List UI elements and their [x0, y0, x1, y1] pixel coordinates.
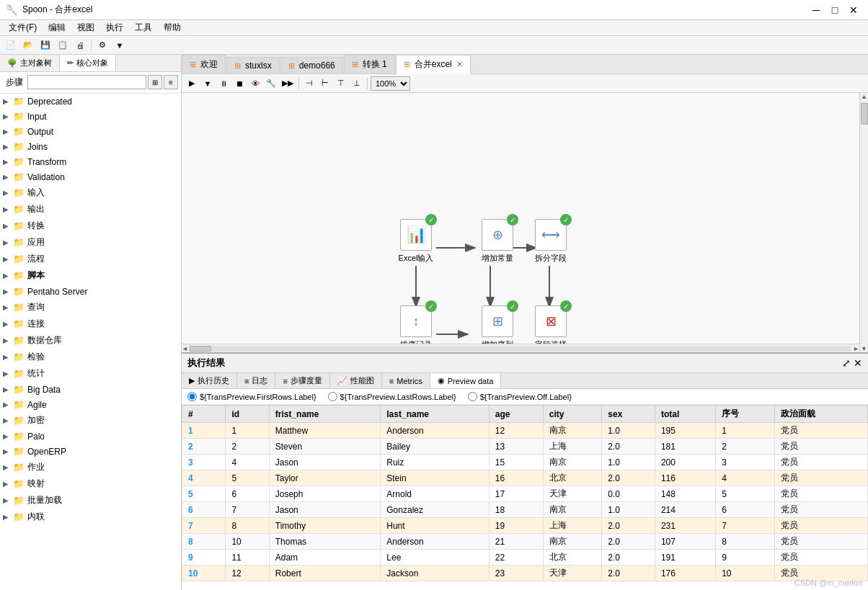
node-add-constant[interactable]: ⊕ ✓ 增加常量 — [472, 219, 523, 264]
sidebar-tree-item[interactable]: ▶📁应用 — [0, 234, 181, 251]
results-tab-执行历史[interactable]: ▶执行历史 — [182, 373, 237, 388]
radio-input-2[interactable] — [468, 392, 477, 401]
sidebar-tree-item[interactable]: ▶📁流程 — [0, 251, 181, 267]
table-row[interactable]: 45TaylorStein16北京2.01164党员 — [182, 470, 868, 486]
table-row[interactable]: 56JosephArnold17天津0.01485党员 — [182, 486, 868, 502]
results-tab-Metrics[interactable]: ≡Metrics — [382, 373, 430, 388]
menu-help[interactable]: 帮助 — [158, 20, 187, 35]
scroll-down-arrow[interactable]: ▼ — [861, 345, 867, 352]
tab-close-icon[interactable]: ✕ — [456, 60, 463, 69]
minimize-button[interactable]: ─ — [807, 3, 825, 17]
editor-tab-stuxlsx[interactable]: ⊞stuxlsx — [226, 57, 280, 73]
scroll-up-arrow[interactable]: ▲ — [861, 93, 867, 100]
sidebar-tree-item[interactable]: ▶📁查询 — [0, 299, 181, 316]
sidebar-tree-item[interactable]: ▶📁Transform — [0, 154, 181, 169]
radio-option-1[interactable]: ${TransPreview.LastRows.Label} — [328, 392, 456, 401]
sidebar-tab-core-objects[interactable]: ✏ 核心对象 — [60, 55, 116, 71]
saveas-button[interactable]: 📋 — [55, 38, 71, 53]
debug-button[interactable]: 🔧 — [264, 76, 278, 91]
radio-input-1[interactable] — [328, 392, 337, 401]
dropdown-button[interactable]: ▼ — [112, 38, 128, 53]
results-close-btn[interactable]: ✕ — [854, 357, 862, 369]
editor-tab-合并excel[interactable]: ⊞合并excel✕ — [396, 55, 471, 74]
table-row[interactable]: 22StevenBailey13上海2.01812党员 — [182, 439, 868, 455]
editor-tab-欢迎[interactable]: ⊞欢迎 — [182, 55, 226, 73]
sidebar-tree-item[interactable]: ▶📁映射 — [0, 475, 181, 492]
stop-button[interactable]: ⏹ — [232, 76, 247, 91]
sidebar-tree-item[interactable]: ▶📁Palo — [0, 429, 181, 444]
editor-tab-demo666[interactable]: ⊞demo666 — [280, 57, 343, 73]
align-btn4[interactable]: ⊥ — [350, 76, 364, 91]
sidebar-tree-item[interactable]: ▶📁Big Data — [0, 382, 181, 397]
menu-view[interactable]: 视图 — [71, 20, 100, 35]
sidebar-tree-item[interactable]: ▶📁批量加载 — [0, 492, 181, 509]
sidebar-tree-item[interactable]: ▶📁Pentaho Server — [0, 284, 181, 299]
pause-button[interactable]: ⏸ — [216, 76, 231, 91]
sidebar-tree-item[interactable]: ▶📁脚本 — [0, 267, 181, 284]
radio-option-0[interactable]: ${TransPreview.FirstRows.Label} — [187, 392, 316, 401]
sidebar-tree-item[interactable]: ▶📁输出 — [0, 201, 181, 218]
radio-input-0[interactable] — [187, 392, 197, 401]
table-row[interactable]: 34JasonRuiz15南京1.02003党员 — [182, 455, 868, 470]
align-btn3[interactable]: ⊤ — [334, 76, 348, 91]
sidebar-tree-item[interactable]: ▶📁转换 — [0, 218, 181, 234]
sidebar-tree-item[interactable]: ▶📁检验 — [0, 349, 181, 365]
menu-run[interactable]: 执行 — [100, 20, 129, 35]
sidebar-tree-item[interactable]: ▶📁统计 — [0, 365, 181, 382]
sidebar-tree-item[interactable]: ▶📁连接 — [0, 316, 181, 332]
sidebar-tree-item[interactable]: ▶📁加密 — [0, 412, 181, 429]
results-expand-btn[interactable]: ⤢ — [842, 357, 851, 369]
sidebar-tree-item[interactable]: ▶📁Joins — [0, 139, 181, 154]
table-row[interactable]: 78TimothyHunt19上海2.02317党员 — [182, 518, 868, 534]
settings-button[interactable]: ⚙ — [94, 38, 110, 53]
sidebar-tree-item[interactable]: ▶📁OpenERP — [0, 444, 181, 459]
sidebar-tree-item[interactable]: ▶📁数据仓库 — [0, 332, 181, 349]
table-row[interactable]: 67JasonGonzalez18南京1.02146党员 — [182, 502, 868, 518]
sidebar-tree-item[interactable]: ▶📁内联 — [0, 509, 181, 525]
node-excel-input[interactable]: 📊 ✓ Excel输入 — [391, 219, 441, 264]
close-button[interactable]: ✕ — [845, 3, 862, 17]
sidebar-tree-item[interactable]: ▶📁Input — [0, 109, 181, 124]
table-row[interactable]: 11MatthewAnderson12南京1.01951党员 — [182, 423, 868, 439]
table-row[interactable]: 911AdamLee22北京2.01919党员 — [182, 550, 868, 566]
preview-button[interactable]: 👁 — [248, 76, 262, 91]
sidebar-tab-main-tree[interactable]: 🌳 主对象树 — [0, 55, 60, 71]
canvas-right-scrollbar[interactable]: ▲ ▼ — [859, 93, 868, 352]
search-input[interactable] — [27, 75, 146, 89]
maximize-button[interactable]: □ — [826, 3, 843, 17]
sidebar-tree-item[interactable]: ▶📁作业 — [0, 459, 181, 475]
view-toggle-button[interactable]: ≡ — [164, 75, 178, 89]
print-button[interactable]: 🖨 — [72, 38, 88, 53]
sidebar-tree-item[interactable]: ▶📁Deprecated — [0, 94, 181, 109]
results-tab-日志[interactable]: ≡日志 — [237, 373, 275, 388]
results-tab-步骤度量[interactable]: ≡步骤度量 — [275, 373, 329, 388]
zoom-select[interactable]: 100% 75% 50% 150% — [371, 76, 410, 91]
new-button[interactable]: 📄 — [3, 38, 19, 53]
run-button[interactable]: ▶ — [185, 76, 199, 91]
run-dropdown[interactable]: ▼ — [200, 76, 215, 91]
radio-option-2[interactable]: ${TransPreview.Off.Label} — [468, 392, 572, 401]
search-button[interactable]: ⊞ — [148, 75, 162, 89]
menu-edit[interactable]: 编辑 — [43, 20, 71, 35]
sidebar-tree-item[interactable]: ▶📁Agile — [0, 397, 181, 412]
align-left[interactable]: ⊣ — [302, 76, 316, 91]
open-button[interactable]: 📂 — [20, 38, 36, 53]
menu-tools[interactable]: 工具 — [129, 20, 158, 35]
replay-button[interactable]: ▶▶ — [280, 76, 296, 91]
results-tab-性能图[interactable]: 📈性能图 — [330, 373, 382, 388]
sidebar-tree-item[interactable]: ▶📁输入 — [0, 184, 181, 201]
results-tab-Preview-data[interactable]: ◉Preview data — [430, 373, 502, 388]
scroll-left-arrow[interactable]: ◄ — [182, 345, 188, 352]
node-split-field[interactable]: ⟷ ✓ 拆分字段 — [526, 219, 576, 264]
menu-file[interactable]: 文件(F) — [3, 20, 43, 35]
align-btn2[interactable]: ⊢ — [318, 76, 332, 91]
sidebar-tree-item[interactable]: ▶📁Output — [0, 124, 181, 139]
table-row[interactable]: 1012RobertJackson23天津2.017610党员 — [182, 566, 868, 581]
editor-tab-转换-1[interactable]: ⊞转换 1 — [344, 55, 395, 73]
add-sequence-check: ✓ — [507, 300, 518, 312]
sidebar-tree-item[interactable]: ▶📁Validation — [0, 169, 181, 184]
canvas-bottom-scrollbar[interactable]: ◄ ► — [182, 344, 859, 352]
table-row[interactable]: 810ThomasAnderson21南京2.01078党员 — [182, 534, 868, 550]
scroll-right-arrow[interactable]: ► — [853, 345, 859, 352]
save-button[interactable]: 💾 — [37, 38, 53, 53]
